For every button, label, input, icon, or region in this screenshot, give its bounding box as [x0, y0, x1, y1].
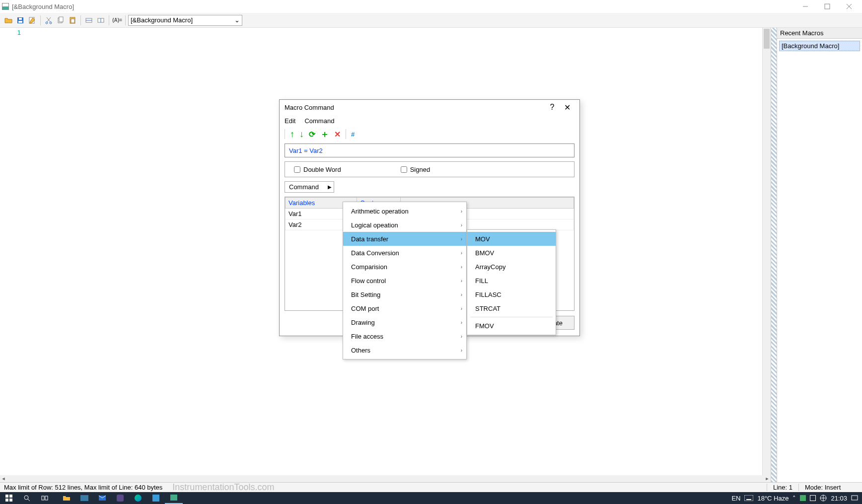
dialog-close-button[interactable]: ✕ [560, 100, 575, 115]
menu-com-port[interactable]: COM port› [343, 301, 466, 315]
recent-macro-item[interactable]: [Background Macro] [779, 41, 860, 51]
play-icon: ▶ [328, 184, 332, 190]
cut-icon[interactable] [43, 15, 54, 26]
maximize-button[interactable] [816, 0, 838, 13]
taskbar-app-mail[interactable] [93, 492, 111, 504]
submenu-fillasc[interactable]: FILLASC [467, 288, 556, 301]
copy-icon[interactable] [55, 15, 66, 26]
tool2-icon[interactable] [95, 15, 106, 26]
dialog-titlebar: Macro Command ? ✕ [280, 100, 579, 115]
tray-lang[interactable]: EN [731, 495, 740, 502]
svg-rect-25 [744, 495, 753, 501]
dialog-title: Macro Command [285, 104, 334, 111]
line-number: 1 [0, 29, 21, 36]
menu-data-transfer[interactable]: Data transfer› [343, 232, 466, 246]
tray-weather[interactable]: 18°C Haze [757, 495, 789, 502]
svg-rect-16 [5, 495, 8, 498]
svg-rect-28 [852, 496, 858, 500]
taskbar-app-3[interactable] [147, 492, 165, 504]
svg-rect-23 [45, 496, 48, 500]
menu-divider [470, 317, 553, 317]
svg-rect-13 [71, 19, 74, 23]
keyboard-icon[interactable] [744, 495, 753, 501]
double-word-checkbox[interactable]: Double Word [294, 166, 341, 173]
menu-file-access[interactable]: File access› [343, 329, 466, 343]
submenu-strcat[interactable]: STRCAT [467, 301, 556, 315]
open-icon[interactable] [3, 15, 14, 26]
svg-rect-6 [19, 18, 22, 20]
status-line: Line: 1 [767, 484, 798, 491]
data-transfer-submenu: MOV BMOV ArrayCopy FILL FILLASC STRCAT F… [467, 229, 556, 335]
submenu-fmov[interactable]: FMOV [467, 319, 556, 333]
menu-comparision[interactable]: Comparision› [343, 260, 466, 274]
close-button[interactable] [838, 0, 860, 13]
svg-rect-11 [59, 17, 63, 22]
hash-icon[interactable]: # [351, 131, 355, 138]
toolbar: (A)= [&Background Macro] ⌄ [0, 13, 862, 28]
tray-time[interactable]: 21:03 [831, 495, 847, 502]
menu-drawing[interactable]: Drawing› [343, 315, 466, 329]
svg-rect-18 [5, 499, 8, 502]
expression-input[interactable]: Var1 = Var2 [285, 144, 575, 157]
text-icon[interactable]: (A)= [112, 15, 123, 26]
taskbar-app-edge[interactable] [129, 492, 147, 504]
titlebar: [&Background Macro] [0, 0, 862, 13]
arrow-up-icon[interactable]: ↑ [290, 129, 294, 140]
menu-logical[interactable]: Logical opeation› [343, 218, 466, 232]
menu-flow-control[interactable]: Flow control› [343, 274, 466, 288]
taskbar-app-explorer[interactable] [58, 492, 75, 504]
submenu-fill[interactable]: FILL [467, 274, 556, 288]
system-tray: EN 18°C Haze ˄ 21:03 [727, 495, 862, 502]
network-icon[interactable] [820, 495, 827, 502]
menu-arithmetic[interactable]: Arithmetic operation› [343, 204, 466, 218]
notifications-icon[interactable] [851, 495, 858, 502]
chevron-down-icon: ⌄ [234, 16, 240, 24]
start-button[interactable] [0, 492, 18, 504]
vertical-scrollbar[interactable] [762, 28, 771, 482]
status-mode: Mode: Insert [798, 484, 858, 491]
svg-rect-17 [9, 495, 12, 498]
menu-others[interactable]: Others› [343, 343, 466, 357]
command-category-menu: Arithmetic operation› Logical opeation› … [343, 202, 467, 360]
taskbar-app-2[interactable] [111, 492, 129, 504]
submenu-arraycopy[interactable]: ArrayCopy [467, 260, 556, 274]
save-icon[interactable] [15, 15, 26, 26]
taskview-icon[interactable] [36, 492, 54, 504]
submenu-mov[interactable]: MOV [467, 232, 556, 246]
signed-checkbox[interactable]: Signed [401, 166, 430, 173]
edit-icon[interactable] [27, 15, 38, 26]
taskbar-app-current[interactable] [165, 492, 183, 504]
command-dropdown[interactable]: Command ▶ [285, 181, 334, 193]
horizontal-scrollbar[interactable]: ◄► [0, 475, 771, 482]
dialog-toolbar: ↑ ↓ ⟳ ＋ ✕ # [280, 127, 579, 142]
refresh-icon[interactable]: ⟳ [309, 130, 315, 139]
arrow-down-icon[interactable]: ↓ [299, 129, 304, 140]
tray-icon-2[interactable] [810, 495, 816, 501]
tool1-icon[interactable] [83, 15, 94, 26]
window-title: [&Background Macro] [12, 3, 794, 10]
menu-bit-setting[interactable]: Bit Setting› [343, 288, 466, 301]
watermark-text: InstrumentationTools.com [172, 482, 274, 493]
menu-command[interactable]: Command [304, 117, 334, 125]
svg-rect-19 [9, 499, 12, 502]
menu-data-conversion[interactable]: Data Conversion› [343, 246, 466, 260]
tray-icon-1[interactable] [800, 495, 806, 501]
submenu-bmov[interactable]: BMOV [467, 246, 556, 260]
panel-grip[interactable] [771, 28, 777, 482]
dialog-help-button[interactable]: ? [545, 100, 560, 115]
add-icon[interactable]: ＋ [320, 128, 329, 140]
recent-macros-panel: Recent Macros [Background Macro] [777, 28, 862, 482]
minimize-button[interactable] [794, 0, 816, 13]
app-icon [2, 3, 9, 10]
macro-selector-text: [&Background Macro] [131, 16, 193, 24]
macro-selector[interactable]: [&Background Macro] ⌄ [128, 15, 242, 26]
svg-rect-26 [746, 499, 751, 500]
delete-icon[interactable]: ✕ [334, 130, 341, 139]
status-bar: Max limit of Row: 512 lines, Max limit o… [0, 482, 862, 492]
taskbar-app-1[interactable] [75, 492, 93, 504]
menu-edit[interactable]: Edit [285, 117, 295, 125]
chevron-up-icon[interactable]: ˄ [792, 495, 796, 502]
paste-icon[interactable] [67, 15, 78, 26]
recent-macros-header: Recent Macros [777, 28, 862, 39]
search-icon[interactable] [18, 492, 36, 504]
